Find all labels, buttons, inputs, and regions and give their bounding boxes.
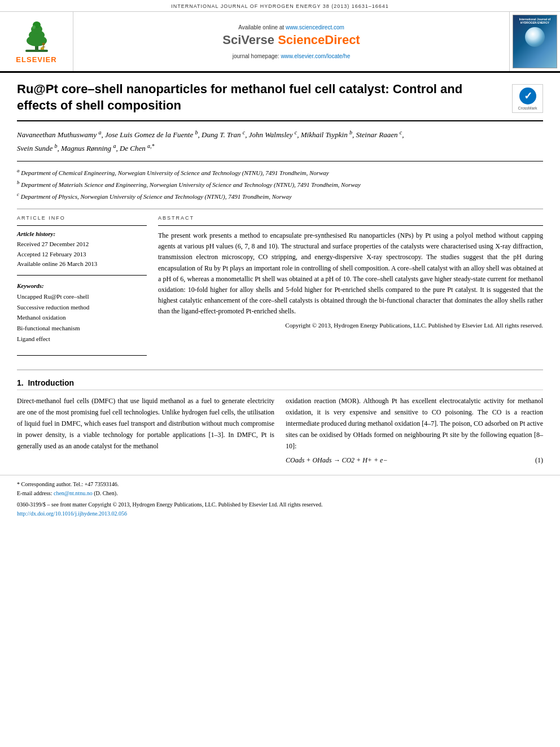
left-bottom-divider: [17, 355, 147, 356]
article-content: Ru@Pt core–shell nanoparticles for metha…: [0, 73, 560, 360]
equation-formula: COads + OHads → CO2 + H+ + e−: [286, 456, 388, 465]
journal-header-strip: INTERNATIONAL JOURNAL OF HYDROGEN ENERGY…: [0, 0, 560, 12]
info-abstract-columns: ARTICLE INFO Article history: Received 2…: [17, 215, 543, 360]
crossmark-label: CrossMark: [518, 106, 537, 110]
article-info-header: ARTICLE INFO: [17, 215, 147, 221]
article-title-section: Ru@Pt core–shell nanoparticles for metha…: [17, 81, 543, 121]
author-jose: Jose Luis Gomez de la Fuente: [105, 130, 193, 139]
article-info-column: ARTICLE INFO Article history: Received 2…: [17, 215, 147, 360]
author-navaneethan: Navaneethan Muthuswamy: [17, 130, 97, 139]
keyword-1: Uncapped Ru@Pt core–shell: [17, 291, 147, 302]
abstract-divider: [158, 225, 543, 226]
journal-cover-image: International Journal of HYDROGEN ENERGY: [509, 12, 560, 71]
cover-graphic: [525, 27, 545, 47]
article-info-divider: [17, 225, 147, 226]
author-magnus: Magnus Rønning: [61, 144, 111, 152]
affiliations-section: a Department of Chemical Engineering, No…: [17, 167, 543, 209]
crossmark-icon: ✓: [519, 87, 537, 105]
cover-thumbnail: International Journal of HYDROGEN ENERGY: [513, 15, 557, 68]
elsevier-logo: ELSEVIER: [14, 19, 59, 64]
elsevier-tree-icon: [14, 19, 59, 53]
received-date: Received 27 December 2012: [17, 239, 147, 250]
keyword-5: Ligand effect: [17, 334, 147, 344]
keywords-section: Keywords: Uncapped Ru@Pt core–shell Succ…: [17, 282, 147, 344]
article-title: Ru@Pt core–shell nanoparticles for metha…: [17, 81, 512, 113]
equation-number: (1): [535, 456, 543, 465]
elsevier-logo-area: ELSEVIER: [0, 12, 73, 71]
authors-section: Navaneethan Muthuswamy a, Jose Luis Gome…: [17, 127, 543, 161]
issn-note: 0360-3199/$ – see front matter Copyright…: [17, 500, 543, 509]
corresponding-author-note: * Corresponding author. Tel.: +47 735931…: [17, 480, 543, 498]
intro-right-column: oxidation reaction (MOR). Although Pt ha…: [286, 396, 543, 469]
journal-homepage: journal homepage: www.elsevier.com/locat…: [233, 53, 350, 59]
intro-left-text: Direct-methanol fuel cells (DMFC) that u…: [17, 396, 274, 452]
keyword-2: Successive reduction method: [17, 302, 147, 313]
doi-note: http://dx.doi.org/10.1016/j.ijhydene.201…: [17, 509, 543, 518]
author-svein: Svein Sunde: [17, 144, 53, 152]
sciencedirect-area: Available online at www.sciencedirect.co…: [73, 12, 509, 71]
svg-rect-1: [25, 50, 48, 52]
doi-link[interactable]: http://dx.doi.org/10.1016/j.ijhydene.201…: [17, 510, 127, 517]
author-email-link[interactable]: chen@nt.ntnu.no: [54, 490, 93, 496]
crossmark-area: ✓ CrossMark: [512, 84, 543, 113]
svg-rect-10: [41, 47, 44, 50]
article-footer: * Corresponding author. Tel.: +47 735931…: [0, 475, 560, 523]
sciencedirect-text: ScienceDirect: [278, 33, 360, 47]
crossmark-badge: ✓ CrossMark: [512, 84, 543, 113]
affiliation-a: a Department of Chemical Engineering, No…: [17, 167, 543, 177]
sciverse-text: SciVerse: [222, 33, 274, 47]
intro-left-column: Direct-methanol fuel cells (DMFC) that u…: [17, 396, 274, 469]
keywords-label: Keywords:: [17, 282, 147, 289]
keyword-3: Methanol oxidation: [17, 312, 147, 323]
homepage-link[interactable]: www.elsevier.com/locate/he: [281, 53, 350, 59]
author-mikhail: Mikhail Tsypkin: [301, 130, 348, 139]
section-title: 1. Introduction: [17, 378, 543, 390]
abstract-text: The present work presents a method to en…: [158, 230, 543, 330]
sciencedirect-logo: SciVerse ScienceDirect: [222, 33, 360, 47]
available-online-text: Available online at www.sciencedirect.co…: [238, 24, 344, 30]
author-john: John Walmsley: [249, 130, 293, 139]
available-online-date: Available online 26 March 2013: [17, 259, 147, 269]
cover-title: International Journal of HYDROGEN ENERGY: [515, 18, 554, 24]
affiliation-c: c Department of Physics, Norwegian Unive…: [17, 191, 543, 201]
affiliation-b: b Department of Materials Science and En…: [17, 179, 543, 189]
author-de: De Chen: [120, 144, 146, 152]
article-history-label: Article history:: [17, 230, 147, 237]
sciencedirect-link[interactable]: www.sciencedirect.com: [286, 24, 344, 30]
journal-masthead: ELSEVIER Available online at www.science…: [0, 12, 560, 73]
abstract-copyright: Copyright © 2013, Hydrogen Energy Public…: [158, 321, 543, 330]
abstract-column: ABSTRACT The present work presents a met…: [158, 215, 543, 360]
svg-point-6: [32, 25, 36, 29]
email-label: E-mail address:: [17, 490, 52, 496]
introduction-columns: Direct-methanol fuel cells (DMFC) that u…: [17, 396, 543, 469]
intro-right-text: oxidation reaction (MOR). Although Pt ha…: [286, 396, 543, 452]
elsevier-wordmark: ELSEVIER: [16, 55, 56, 64]
svg-point-7: [42, 43, 45, 46]
svg-text:✓: ✓: [523, 90, 532, 102]
author-steinar: Steinar Raaen: [356, 130, 397, 139]
introduction-section: 1. Introduction Direct-methanol fuel cel…: [0, 370, 560, 469]
accepted-date: Accepted 12 February 2013: [17, 250, 147, 260]
abstract-header: ABSTRACT: [158, 215, 543, 221]
equation-1: COads + OHads → CO2 + H+ + e− (1): [286, 456, 543, 465]
keywords-divider: [17, 275, 147, 276]
email-name: (D. Chen).: [94, 490, 118, 496]
keyword-4: Bi-functional mechanism: [17, 323, 147, 334]
author-dung: Dung T. Tran: [202, 130, 240, 139]
